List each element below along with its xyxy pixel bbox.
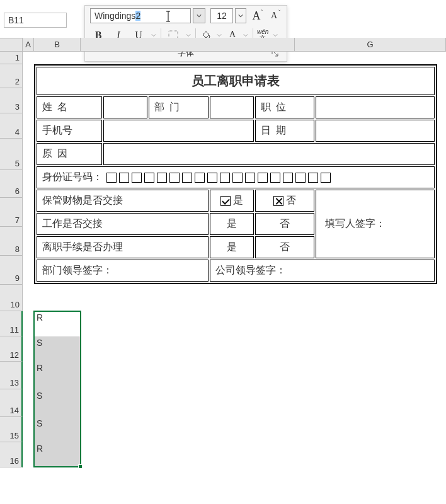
row-header-5[interactable]: 5: [0, 139, 23, 170]
chevron-down-icon: [243, 33, 248, 38]
row-header-1[interactable]: 1: [0, 52, 23, 64]
cell-B11[interactable]: R: [34, 311, 81, 336]
row-headers: 12345678910111213141516: [0, 52, 23, 467]
id-box[interactable]: [207, 173, 217, 183]
checkbox-cross-icon: [273, 196, 283, 206]
q1-no[interactable]: 否: [255, 190, 315, 212]
checkbox-checked-icon: [220, 196, 231, 206]
select-all-corner[interactable]: [0, 38, 23, 52]
column-headers: A B G: [0, 38, 446, 52]
grow-font-button[interactable]: Aˆ: [249, 8, 264, 23]
resignation-form: 员工离职申请表 姓 名 部 门 职 位 手机号 日 期 原 因: [34, 64, 437, 284]
id-box[interactable]: [195, 173, 205, 183]
col-header-gap: [81, 38, 295, 52]
chevron-down-icon: [197, 13, 202, 18]
id-box[interactable]: [157, 173, 167, 183]
cell-B16[interactable]: R: [34, 442, 81, 467]
spreadsheet-grid[interactable]: A B G 12345678910111213141516 员工离职申请表 姓 …: [0, 38, 446, 52]
id-box[interactable]: [321, 173, 331, 183]
row-header-6[interactable]: 6: [0, 170, 23, 198]
label-dept: 部 门: [149, 96, 209, 118]
name-box[interactable]: B11: [4, 13, 67, 28]
label-company-sign: 公司领导签字：: [210, 260, 435, 282]
id-box[interactable]: [308, 173, 318, 183]
label-filler-sign: 填写人签字：: [316, 190, 435, 258]
id-box[interactable]: [132, 173, 142, 183]
label-dept-sign: 部门领导签字：: [37, 260, 209, 282]
chevron-down-icon: [186, 33, 191, 38]
id-box[interactable]: [258, 173, 268, 183]
field-position[interactable]: [316, 96, 435, 118]
chevron-down-icon: [238, 13, 243, 18]
label-phone: 手机号: [37, 120, 102, 142]
label-date: 日 期: [255, 120, 315, 142]
cell-B12[interactable]: S: [34, 336, 81, 362]
label-name: 姓 名: [37, 96, 102, 118]
chevron-down-icon: [217, 33, 222, 38]
font-size-dropdown[interactable]: [235, 8, 246, 23]
row-header-16[interactable]: 16: [0, 442, 23, 467]
mini-toolbar: Wingdings 2 12 Aˆ Aˇ B I U: [84, 5, 287, 62]
q3-yes[interactable]: 是: [210, 236, 254, 258]
label-position: 职 位: [255, 96, 315, 118]
id-box[interactable]: [182, 173, 192, 183]
field-dept[interactable]: [210, 96, 254, 118]
cell-B15[interactable]: S: [34, 417, 81, 442]
cell-ref: B11: [8, 15, 24, 25]
cell-B14[interactable]: S: [34, 389, 81, 417]
row-header-3[interactable]: 3: [0, 88, 23, 113]
cell-B13[interactable]: R: [34, 362, 81, 389]
id-box[interactable]: [144, 173, 154, 183]
id-box[interactable]: [106, 173, 117, 183]
col-header-B[interactable]: B: [34, 38, 81, 52]
chevron-down-icon: [151, 33, 156, 38]
q2-yes[interactable]: 是: [210, 213, 254, 235]
id-box[interactable]: [283, 173, 293, 183]
col-header-G[interactable]: G: [295, 38, 446, 52]
form-title: 员工离职申请表: [37, 67, 435, 95]
font-name-dropdown[interactable]: [193, 8, 205, 23]
id-box[interactable]: [270, 173, 280, 183]
id-box[interactable]: [169, 173, 180, 183]
col-header-A[interactable]: A: [23, 38, 34, 52]
row-header-7[interactable]: 7: [0, 198, 23, 227]
caret-up-icon: ˆ: [261, 9, 263, 15]
label-q1: 保管财物是否交接: [37, 190, 209, 212]
row-header-12[interactable]: 12: [0, 336, 23, 362]
label-q3: 离职手续是否办理: [37, 236, 209, 258]
id-box[interactable]: [295, 173, 306, 183]
label-q2: 工作是否交接: [37, 213, 209, 235]
font-name-input[interactable]: Wingdings 2: [90, 8, 191, 23]
row-header-2[interactable]: 2: [0, 64, 23, 88]
id-box[interactable]: [232, 173, 243, 183]
q3-no[interactable]: 否: [255, 236, 315, 258]
row-header-8[interactable]: 8: [0, 227, 23, 256]
row-header-4[interactable]: 4: [0, 113, 23, 139]
row-header-15[interactable]: 15: [0, 417, 23, 442]
text-cursor-icon: [164, 11, 173, 22]
id-boxes[interactable]: [105, 171, 332, 182]
row-idnumber: 身份证号码：: [37, 166, 435, 188]
field-reason[interactable]: [103, 143, 435, 165]
q2-no[interactable]: 否: [255, 213, 315, 235]
label-reason: 原 因: [37, 143, 102, 165]
caret-down-icon: ˇ: [278, 9, 280, 15]
id-box[interactable]: [119, 173, 129, 183]
field-phone[interactable]: [103, 120, 254, 142]
id-box[interactable]: [220, 173, 230, 183]
row-header-10[interactable]: 10: [0, 285, 23, 311]
label-idnumber: 身份证号码：: [42, 171, 103, 182]
row-header-14[interactable]: 14: [0, 389, 23, 417]
id-box[interactable]: [245, 173, 255, 183]
row-header-11[interactable]: 11: [0, 311, 23, 336]
q1-yes[interactable]: 是: [210, 190, 254, 212]
shrink-font-button[interactable]: Aˇ: [266, 8, 282, 23]
chevron-down-icon: [273, 33, 278, 38]
field-name[interactable]: [103, 96, 147, 118]
row-header-13[interactable]: 13: [0, 362, 23, 389]
row-header-9[interactable]: 9: [0, 256, 23, 285]
font-size-input[interactable]: 12: [210, 8, 233, 23]
field-date[interactable]: [316, 120, 435, 142]
